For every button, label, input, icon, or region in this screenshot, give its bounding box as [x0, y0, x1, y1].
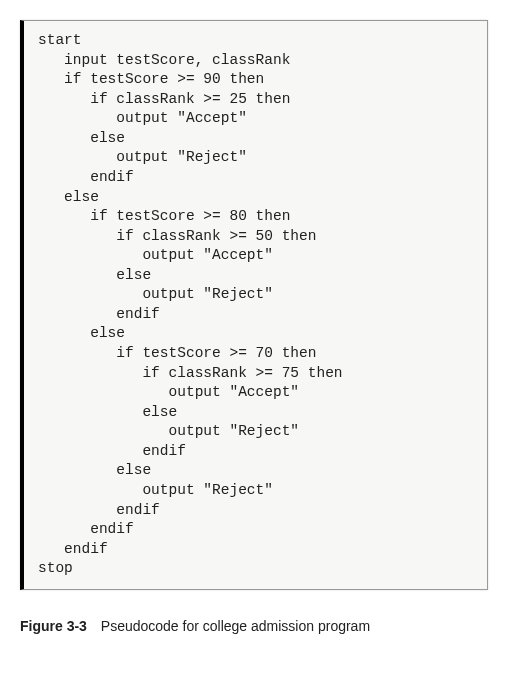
- pseudocode-box: start input testScore, classRank if test…: [20, 20, 488, 590]
- figure-text: Pseudocode for college admission program: [101, 618, 370, 634]
- pseudocode-content: start input testScore, classRank if test…: [38, 31, 477, 579]
- figure-caption: Figure 3-3 Pseudocode for college admiss…: [20, 618, 488, 634]
- figure-label: Figure 3-3: [20, 618, 87, 634]
